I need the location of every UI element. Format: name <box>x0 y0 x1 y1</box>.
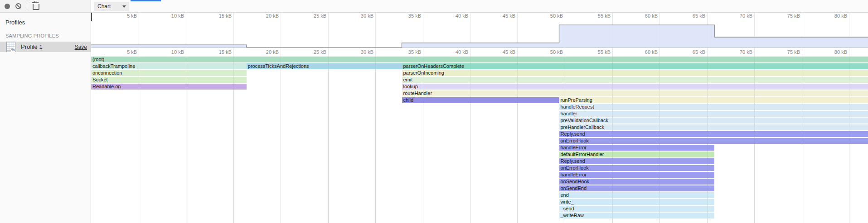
gridline-overlay <box>659 57 660 223</box>
toolbar-left <box>0 0 91 12</box>
toolbar-separator <box>27 3 27 10</box>
ruler-tick-label: 40 kB <box>432 13 468 19</box>
flame-block[interactable]: parserOnIncoming <box>402 70 868 76</box>
ruler-tick-label: 60 kB <box>621 49 658 55</box>
overview-timeline[interactable] <box>91 18 868 47</box>
gridline-overlay <box>612 57 613 223</box>
ruler-tick-label: 25 kB <box>290 13 326 19</box>
ruler-tick-label: 70 kB <box>716 13 752 19</box>
ruler-tick-label: 65 kB <box>669 49 705 55</box>
flame-block[interactable]: _send <box>559 206 715 212</box>
sidebar: Profiles SAMPLING PROFILES Profile 1 Sav… <box>0 13 91 223</box>
ruler-tick-label: 55 kB <box>574 13 611 19</box>
ruler-tick-label: 10 kB <box>148 13 184 19</box>
save-profile-link[interactable]: Save <box>75 44 87 50</box>
ruler-tick-label: 75 kB <box>764 49 800 55</box>
flame-block[interactable]: onErrorHook <box>559 138 868 144</box>
sidebar-item-profile-1[interactable]: Profile 1 Save <box>0 42 91 52</box>
ruler-origin-tick <box>91 13 92 21</box>
clear-profiles-icon[interactable] <box>15 3 21 9</box>
flame-block[interactable]: routeHandler <box>402 90 868 96</box>
flame-block[interactable]: Readable.on <box>91 84 247 90</box>
view-mode-value: Chart <box>97 3 111 9</box>
flame-block[interactable]: onconnection <box>91 70 247 76</box>
flame-block[interactable]: handleError <box>559 145 715 151</box>
flame-block[interactable]: write_ <box>559 199 715 205</box>
flame-block[interactable]: handleRequest <box>559 104 868 110</box>
ruler-tick-label: 55 kB <box>574 49 611 55</box>
overview-area-fill <box>91 25 868 47</box>
ruler-tick-label: 25 kB <box>290 49 326 55</box>
flame-block[interactable]: onSendEnd <box>559 185 715 191</box>
gridline-overlay <box>423 57 423 223</box>
flame-block[interactable]: parserOnHeadersComplete <box>402 63 868 69</box>
active-tab-indicator <box>131 0 161 1</box>
ruler-tick-label: 35 kB <box>385 13 421 19</box>
ruler-tick-label: 80 kB <box>811 49 847 55</box>
gridline-overlay <box>849 57 849 223</box>
ruler-tick-label: 10 kB <box>148 49 184 55</box>
flame-block[interactable]: handler <box>559 111 868 117</box>
gridline-overlay <box>707 57 708 223</box>
gridline-overlay <box>802 57 802 223</box>
gridline-overlay <box>754 57 755 223</box>
flame-block[interactable]: onSendHook <box>559 179 715 185</box>
ruler-tick-label: 20 kB <box>242 13 279 19</box>
flame-block[interactable]: lookup <box>402 84 868 90</box>
sampling-profiles-header: SAMPLING PROFILES <box>5 33 91 38</box>
flame-block[interactable]: (root) <box>91 57 868 62</box>
flame-block[interactable]: Socket <box>91 77 247 83</box>
flame-block[interactable]: end <box>559 192 715 198</box>
ruler-tick-label: 80 kB <box>811 13 847 19</box>
ruler-tick-label: 5 kB <box>101 49 137 55</box>
ruler-tick-label: 75 kB <box>764 13 800 19</box>
sidebar-title: Profiles <box>5 19 91 26</box>
gridline-overlay <box>186 57 186 223</box>
flame-block[interactable]: handleError <box>559 172 715 178</box>
ruler-tick-label: 45 kB <box>479 49 515 55</box>
ruler-tick-label: 65 kB <box>669 13 705 19</box>
flame-block[interactable]: defaultErrorHandler <box>559 152 715 157</box>
flame-block[interactable]: preHandlerCallback <box>559 124 868 130</box>
ruler-tick-label: 30 kB <box>337 49 373 55</box>
flame-block[interactable]: onErrorHook <box>559 165 715 171</box>
flame-block[interactable]: child <box>402 97 559 103</box>
ruler-tick-label: 15 kB <box>195 49 232 55</box>
flame-block[interactable]: Reply.send <box>559 158 715 164</box>
gridline-overlay <box>565 57 565 223</box>
view-mode-select[interactable]: Chart <box>94 2 129 11</box>
gridline-overlay <box>517 57 518 223</box>
gridline-overlay <box>139 57 139 223</box>
record-icon[interactable] <box>5 4 10 9</box>
ruler-tick-label: 35 kB <box>385 49 421 55</box>
gridline-overlay <box>470 57 470 223</box>
flame-chart-panel: 5 kB5 kB10 kB10 kB15 kB15 kB20 kB20 kB25… <box>91 13 868 223</box>
ruler-tick-label: 5 kB <box>101 13 137 19</box>
flame-block[interactable]: Reply.send <box>559 131 868 137</box>
gridline-overlay <box>233 57 234 223</box>
flame-block[interactable]: preValidationCallback <box>559 118 868 123</box>
gridline-overlay <box>375 57 376 223</box>
ruler-tick-label: 40 kB <box>432 49 468 55</box>
ruler-tick-label: 45 kB <box>479 13 515 19</box>
chevron-down-icon <box>122 5 126 8</box>
ruler-tick-label: 70 kB <box>716 49 752 55</box>
ruler-tick-label: 30 kB <box>337 13 373 19</box>
profile-name: Profile 1 <box>21 43 75 50</box>
sampling-profile-icon <box>6 42 15 52</box>
gridline-overlay <box>281 57 281 223</box>
flame-block[interactable]: processTicksAndRejections <box>247 63 402 69</box>
gridline-overlay <box>328 57 329 223</box>
ruler-tick-label: 60 kB <box>621 13 658 19</box>
ruler-tick-label: 50 kB <box>527 49 563 55</box>
trash-icon[interactable] <box>33 4 39 10</box>
flame-block[interactable]: callbackTrampoline <box>91 63 247 69</box>
ruler-tick-label: 50 kB <box>527 13 563 19</box>
profiler-window: Chart Profiles SAMPLING PROFILES Profile… <box>0 0 868 223</box>
flame-block[interactable]: _writeRaw <box>559 213 715 218</box>
flame-block[interactable]: runPreParsing <box>559 97 868 103</box>
ruler-tick-label: 20 kB <box>242 49 279 55</box>
flame-block[interactable]: emit <box>402 77 868 83</box>
panel-divider <box>91 0 91 223</box>
ruler-divider <box>91 47 868 48</box>
